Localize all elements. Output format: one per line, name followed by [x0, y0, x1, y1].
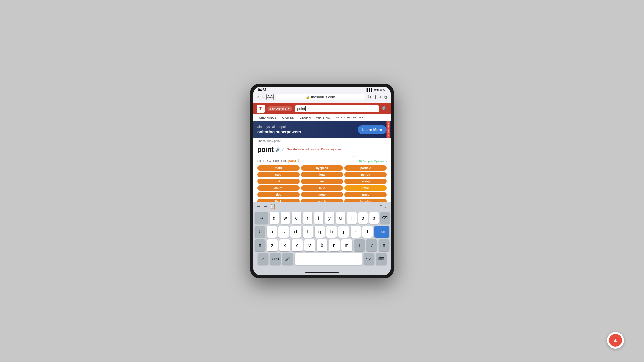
key-e[interactable]: e: [292, 212, 301, 224]
word-tag-full-stop[interactable]: full stop: [344, 199, 387, 202]
word-title: point: [257, 146, 274, 154]
word-tag-minim[interactable]: minim: [301, 179, 343, 184]
exclamation-key[interactable]: !: [354, 239, 365, 251]
word-tag-flyspeck[interactable]: flyspeck: [301, 165, 343, 171]
word-tag-notch[interactable]: notch: [301, 199, 343, 202]
word-tag-iota[interactable]: iota: [301, 172, 343, 177]
num-key-left[interactable]: 7123: [270, 253, 281, 265]
synonyms-col-2: flyspeck iota minim mile mote notch: [301, 165, 343, 202]
word-tag-mote[interactable]: mote: [301, 192, 343, 197]
emoji-key[interactable]: ☺: [258, 253, 268, 265]
key-b[interactable]: b: [317, 239, 327, 251]
dictionary-link[interactable]: See definition of point on Dictionary.co…: [287, 148, 341, 151]
word-tag-trace[interactable]: trace: [344, 192, 387, 197]
banner-line1: ain physical endpoints: [257, 125, 301, 129]
home-indicator[interactable]: [305, 272, 339, 273]
keyboard-row-2: ⇪ a s d f g h j k l return: [255, 226, 389, 238]
clipboard-button[interactable]: 📋: [270, 204, 276, 209]
thesaurus-header: T SYNONYMS ▼ point 🔍: [253, 103, 391, 114]
refresh-button[interactable]: ↻: [367, 94, 371, 100]
search-button[interactable]: 🔍: [382, 106, 387, 111]
key-m[interactable]: m: [341, 239, 352, 251]
speaker-icon[interactable]: 🔊: [276, 147, 280, 152]
forward-button[interactable]: ›: [262, 94, 265, 100]
compare-synonyms-button[interactable]: ⊞ Compare Synonyms: [359, 159, 387, 163]
key-q[interactable]: q: [270, 212, 279, 224]
key-p[interactable]: p: [369, 212, 379, 224]
key-s[interactable]: s: [278, 226, 289, 238]
word-tag-fleck[interactable]: fleck: [257, 199, 300, 202]
synonyms-dropdown[interactable]: SYNONYMS ▼: [267, 106, 292, 111]
keyboard-hide-key[interactable]: ⌨: [376, 253, 387, 265]
shift-key-right[interactable]: ⇧: [379, 239, 389, 251]
star-icon[interactable]: ☆: [282, 147, 285, 152]
key-l[interactable]: l: [362, 226, 373, 238]
key-x[interactable]: x: [279, 239, 290, 251]
words-header-left: OTHER WORDS FOR point ⓘ: [257, 159, 300, 163]
word-tag-mile[interactable]: mile: [301, 185, 343, 191]
backspace-key[interactable]: ⌫: [380, 212, 390, 224]
key-g[interactable]: g: [315, 226, 325, 238]
add-tab-button[interactable]: +: [379, 94, 382, 100]
battery-status: 96%: [380, 88, 386, 92]
undo-button[interactable]: ↩: [257, 204, 261, 209]
key-k[interactable]: k: [351, 226, 361, 238]
key-a[interactable]: a: [267, 226, 277, 238]
keyboard: ⇥ q w e r t y u i o p ⌫ ⇪ a s d f g: [253, 210, 391, 269]
key-y[interactable]: y: [325, 212, 334, 224]
key-n[interactable]: n: [329, 239, 340, 251]
redo-button[interactable]: ↪: [263, 204, 267, 209]
share-button[interactable]: ⬆: [373, 94, 377, 100]
aa-button[interactable]: AA: [266, 94, 273, 100]
watermark-button[interactable]: ▲: [607, 332, 624, 349]
word-tag-scrap[interactable]: scrap: [344, 179, 387, 184]
nav-word-of-day[interactable]: WORD OF THE DAY: [333, 114, 366, 121]
key-f[interactable]: f: [303, 226, 313, 238]
back-button[interactable]: ‹: [257, 94, 260, 100]
learn-more-button[interactable]: Learn More: [358, 125, 387, 134]
key-h[interactable]: h: [326, 226, 337, 238]
word-tag-bit[interactable]: bit: [257, 179, 300, 184]
key-i[interactable]: i: [347, 212, 357, 224]
word-icons: 🔊 ☆: [276, 147, 285, 152]
search-bar[interactable]: point: [295, 105, 379, 112]
nav-writing[interactable]: WRITING: [314, 114, 333, 121]
word-tag-tittle[interactable]: tittle: [344, 185, 387, 191]
keyboard-expand-button[interactable]: ⌄: [384, 204, 387, 209]
nav-meanings[interactable]: MEANINGS: [257, 114, 280, 121]
nav-learn[interactable]: LEARN: [297, 114, 314, 121]
tab-key[interactable]: ⇥: [255, 212, 268, 224]
shift-key-left[interactable]: ⇧: [255, 239, 265, 251]
tabs-button[interactable]: ⧉: [384, 94, 387, 100]
word-tag-particle[interactable]: particle: [344, 165, 387, 171]
key-t[interactable]: t: [314, 212, 323, 224]
keyboard-collapse-button[interactable]: ⌃: [379, 204, 383, 209]
word-tag-stop[interactable]: stop: [257, 172, 300, 177]
word-tag-dot[interactable]: dot: [257, 192, 300, 197]
word-tag-mark[interactable]: mark: [257, 165, 300, 171]
key-w[interactable]: w: [281, 212, 290, 224]
num-key-right[interactable]: 7123: [364, 253, 374, 265]
word-heading: point 🔊 ☆ See definition of point on Dic…: [253, 144, 391, 155]
feedback-tab[interactable]: FEEDBACK: [386, 121, 390, 138]
key-d[interactable]: d: [290, 226, 301, 238]
key-j[interactable]: j: [338, 226, 349, 238]
caps-lock-key[interactable]: ⇪: [255, 226, 265, 238]
key-z[interactable]: z: [267, 239, 278, 251]
keyboard-toolbar: ↩ ↪ 📋 ⌃ ⌄: [253, 202, 391, 210]
key-c[interactable]: c: [292, 239, 303, 251]
key-v[interactable]: v: [304, 239, 315, 251]
space-key[interactable]: [295, 253, 362, 265]
url-bar[interactable]: 🔒 thesaurus.com: [276, 94, 365, 100]
key-o[interactable]: o: [358, 212, 368, 224]
key-u[interactable]: u: [336, 212, 345, 224]
search-value: point: [297, 107, 305, 111]
mic-key[interactable]: 🎤: [282, 253, 293, 265]
nav-games[interactable]: GAMES: [280, 114, 297, 121]
info-icon[interactable]: ⓘ: [297, 159, 300, 163]
question-key[interactable]: ?: [366, 239, 377, 251]
key-r[interactable]: r: [303, 212, 312, 224]
word-tag-period[interactable]: period: [344, 172, 387, 177]
return-key[interactable]: return: [374, 226, 389, 238]
word-tag-count[interactable]: count: [257, 185, 300, 191]
